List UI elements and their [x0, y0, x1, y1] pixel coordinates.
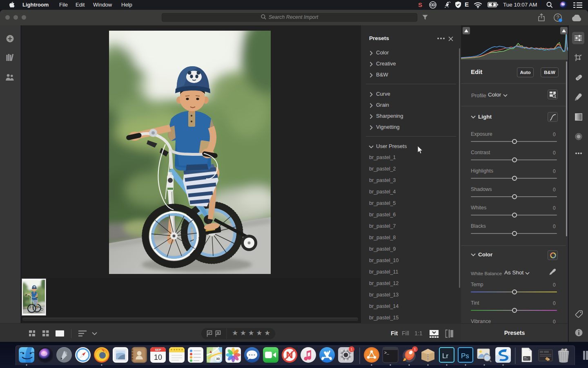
svg-text:Lr: Lr [442, 352, 448, 360]
svg-text:1: 1 [414, 347, 416, 351]
svg-text:>_: >_ [384, 351, 390, 355]
svg-text:10: 10 [154, 353, 162, 361]
svg-text:1: 1 [350, 347, 352, 351]
svg-text:SEP: SEP [155, 348, 161, 352]
svg-text:Ps: Ps [461, 352, 469, 360]
svg-text:3D: 3D [216, 357, 220, 360]
